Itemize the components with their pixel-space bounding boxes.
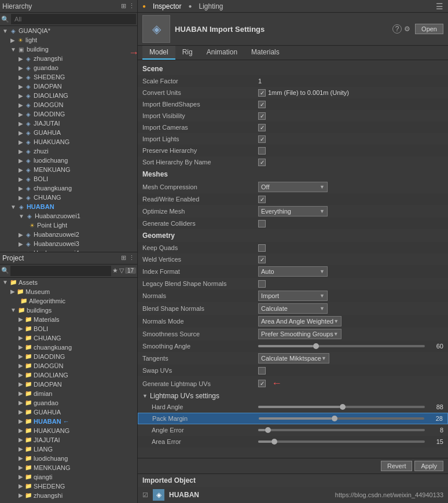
project-item-menkuang[interactable]: ▶📁MENKUANG [0,463,137,472]
project-item-shedeng[interactable]: ▶📁SHEDENG [0,482,137,491]
project-item-diaopan[interactable]: ▶📁DIAOPAN [0,380,137,389]
project-item-dimian[interactable]: ▶📁dimian [0,389,137,398]
project-item-zhuangshi[interactable]: ▶📁zhuangshi [0,491,137,500]
hierarchy-item-huaban[interactable]: ▼◈HUABAN [0,202,137,211]
slider-thumb[interactable] [340,404,346,410]
checkbox[interactable] [258,280,266,288]
hierarchy-item-shedeng[interactable]: ▶◈SHEDENG [0,72,137,82]
checkbox[interactable] [258,244,266,252]
checkbox[interactable] [258,367,266,375]
hierarchy-item-huabanzuowei3[interactable]: ▶◈Huabanzuowei3 [0,239,137,248]
hierarchy-item-building[interactable]: ▼▣building [0,45,137,54]
project-item-guandao[interactable]: ▶📁guandao [0,398,137,407]
slider-track[interactable] [258,406,425,408]
dropdown[interactable]: Import▼ [258,291,328,301]
lightmap-uvs-header[interactable]: ▼Lightmap UVs settings [138,391,448,401]
project-item-luodichuang[interactable]: ▶📁luodichuang [0,454,137,463]
project-item-buildings[interactable]: ▼📁buildings [0,306,137,315]
project-item-assets[interactable]: ▼📁Assets [0,278,137,287]
project-item-allegorithmic[interactable]: 📁Allegorithmic [0,296,137,306]
project-item-chuang[interactable]: ▶📁CHUANG [0,333,137,343]
checkbox[interactable] [258,135,266,143]
slider-thumb[interactable] [313,343,319,349]
hierarchy-item-guanqia[interactable]: ▼◈GUANQIA* [0,26,137,35]
project-item-guahua[interactable]: ▶📁GUAHUA [0,407,137,417]
slider-thumb[interactable] [271,439,277,445]
hierarchy-item-diaoliang[interactable]: ▶◈DIAOLIANG [0,91,137,100]
project-item-museum[interactable]: ▶📁Museum [0,287,137,296]
hierarchy-item-huabanzuowei2[interactable]: ▶◈Huabanzuowei2 [0,230,137,239]
apply-button[interactable]: Apply [414,461,443,471]
hierarchy-item-huabanzuowei1[interactable]: ▼◈Huabanzuowei1 [0,211,137,221]
project-item-chuangkuang[interactable]: ▶📁chuangkuang [0,343,137,352]
hierarchy-item-guahua[interactable]: ▶◈GUAHUA [0,128,137,137]
dropdown[interactable]: Everything▼ [258,206,328,216]
project-item-diaogung[interactable]: ▶📁DIAOGÜN [0,361,137,370]
dropdown[interactable]: Calculate▼ [258,303,328,314]
hierarchy-item-zhuangshi[interactable]: ▶◈zhuangshi [0,54,137,63]
inspector-menu-icon[interactable]: ☰ [436,2,443,11]
dropdown[interactable]: Off▼ [258,182,328,192]
hierarchy-item-diaoding[interactable]: ▶◈DIAODING [0,109,137,119]
project-item-jiajutai[interactable]: ▶📁JIAJUTAI [0,435,137,445]
revert-button[interactable]: Revert [381,461,412,471]
project-item-materials[interactable]: ▶📁Materials [0,315,137,324]
tree-arrow-diaogung: ▶ [19,102,23,108]
hierarchy-item-pointlight[interactable]: ☀Point Light [0,221,137,230]
project-item-boli[interactable]: ▶📁BOLI [0,324,137,333]
hierarchy-item-jiajutai[interactable]: ▶◈JIAJUTAI [0,119,137,128]
slider-track[interactable] [258,345,425,347]
model-tab-model[interactable]: →Model [142,46,175,60]
dropdown[interactable]: Area And Angle Weighted▼ [258,316,341,326]
proj-icon-luodichuang: 📁 [24,454,32,462]
dropdown[interactable]: Prefer Smoothing Groups▼ [258,329,341,339]
checkbox[interactable] [258,124,266,131]
project-item-huakuang[interactable]: ▶📁HUAKUANG [0,426,137,435]
hierarchy-item-menkuang[interactable]: ▶◈MENKUANG [0,165,137,174]
checkbox[interactable] [258,220,266,227]
slider-track[interactable] [258,440,425,443]
project-item-qiangti[interactable]: ▶📁qiangti [0,472,137,482]
slider-track[interactable] [259,417,424,420]
hierarchy-item-chuang[interactable]: ▶◈CHUANG [0,193,137,202]
open-button[interactable]: Open [415,24,443,34]
hierarchy-item-diaopan[interactable]: ▶◈DIAOPAN [0,82,137,91]
checkbox[interactable] [258,380,266,387]
hierarchy-item-luodichuang[interactable]: ▶◈luodichuang [0,156,137,165]
dropdown[interactable]: Auto▼ [258,266,328,277]
lighting-tab[interactable]: Lighting [196,2,225,10]
project-search-input[interactable] [10,266,111,276]
checkbox[interactable] [258,147,266,155]
hierarchy-item-boli[interactable]: ▶◈BOLI [0,174,137,183]
project-item-liang[interactable]: ▶📁LIANG [0,445,137,454]
hierarchy-item-light[interactable]: ▶☀light [0,35,137,45]
help-icon[interactable]: ? [392,24,402,34]
dropdown[interactable]: Calculate Mikktspace▼ [258,353,329,364]
project-item-diaoliang[interactable]: ▶📁DIAOLIANG [0,370,137,380]
checkbox[interactable] [258,159,266,166]
checkbox[interactable] [258,112,266,120]
tree-icon-diaogung: ◈ [24,101,32,109]
model-tab-materials[interactable]: Materials [244,46,287,60]
slider-thumb[interactable] [265,427,271,433]
hierarchy-search-input[interactable] [11,14,136,24]
checkbox[interactable] [258,101,266,108]
checkbox[interactable] [258,256,266,263]
hierarchy-item-huakuang[interactable]: ▶◈HUAKUANG [0,137,137,146]
project-item-diaoding[interactable]: ▶📁DIAODING [0,352,137,361]
checkbox[interactable] [258,196,266,203]
slider-thumb[interactable] [332,416,337,421]
settings-icon[interactable]: ⚙ [404,25,410,33]
project-item-huaban[interactable]: ▶📁HUABAN ← [0,417,137,426]
hierarchy-item-zhuzi[interactable]: ▶◈zhuzi [0,146,137,156]
inspector-tab[interactable]: Inspector [150,2,183,10]
hierarchy-item-guandao[interactable]: ▶◈guandao [0,63,137,72]
checkbox[interactable] [258,89,266,97]
proj-label-guandao: guandao [34,399,58,406]
model-tab-animation[interactable]: Animation [200,46,244,60]
hierarchy-item-diaogung[interactable]: ▶◈DIAOGÜN [0,100,137,109]
imported-checkbox[interactable]: ☑ [142,491,148,499]
hierarchy-item-chuangkuang[interactable]: ▶◈chuangkuang [0,183,137,193]
slider-track[interactable] [258,429,425,431]
model-tab-rig[interactable]: Rig [175,46,200,60]
